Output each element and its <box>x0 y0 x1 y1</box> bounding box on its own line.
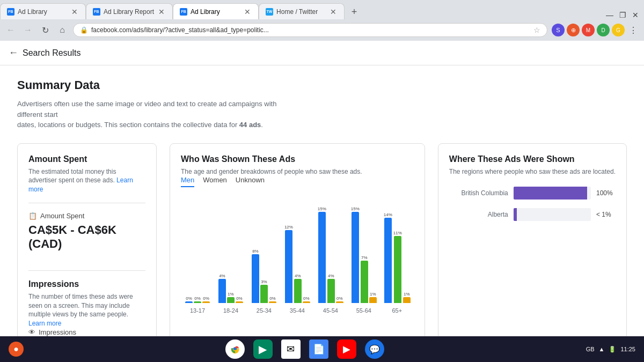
bar <box>252 254 259 303</box>
taskbar-play[interactable]: ▶ <box>253 339 273 359</box>
tab-bar: FBAd Library✕FBAd Library Report✕FBAd Li… <box>0 0 644 19</box>
page-content: ← Search Results Summary Data Advertiser… <box>0 41 644 336</box>
bar-value-label: 0% <box>194 296 201 301</box>
taskbar-youtube[interactable]: ▶ <box>337 339 356 359</box>
impressions-learn-more[interactable]: Learn more <box>28 320 61 327</box>
extension-icon-3[interactable]: M <box>582 24 595 36</box>
url-input[interactable]: 🔒 facebook.com/ads/library/?active_statu… <box>73 23 547 37</box>
region-name: Alberta <box>449 211 508 218</box>
bar <box>260 285 268 303</box>
forward-button[interactable]: → <box>21 24 34 36</box>
browser-tab-tab3[interactable]: FBAd Library✕ <box>173 3 259 19</box>
tab-close-button[interactable]: ✕ <box>329 8 338 16</box>
regions-list: British Columbia100%Alberta< 1% <box>449 187 616 221</box>
taskbar-right: GB ▲ 🔋 11:25 <box>586 346 635 353</box>
summary-title: Summary Data <box>17 78 627 92</box>
close-button[interactable]: ✕ <box>631 11 640 19</box>
bar-container: 3% <box>260 279 268 303</box>
refresh-button[interactable]: ↻ <box>39 24 52 36</box>
bar <box>403 297 411 303</box>
bar-container: 0% <box>303 296 310 303</box>
taskbar-messages[interactable]: 💬 <box>365 339 384 359</box>
taskbar-chrome[interactable] <box>225 339 245 359</box>
chart-tabs: MenWomenUnknown <box>181 176 414 187</box>
x-label-65plus: 65+ <box>380 305 414 314</box>
chart-tab-women[interactable]: Women <box>203 176 227 187</box>
bar-container: 1% <box>403 292 411 303</box>
ubuntu-icon[interactable]: ● <box>9 342 24 357</box>
chart-tab-unknown[interactable]: Unknown <box>236 176 265 187</box>
bar <box>361 261 368 303</box>
bookmark-icon[interactable]: ☆ <box>533 26 540 34</box>
region-row: British Columbia100% <box>449 187 616 200</box>
toolbar-extensions: S ⊕ M D G ⋮ <box>552 24 640 36</box>
extension-icon-5[interactable]: G <box>612 24 625 36</box>
bar <box>384 218 392 303</box>
home-button[interactable]: ⌂ <box>56 24 69 36</box>
tab-close-button[interactable]: ✕ <box>70 8 79 16</box>
bar <box>294 279 302 303</box>
region-bar-track <box>514 187 591 200</box>
wifi-icon: ▲ <box>599 346 605 352</box>
browser-chrome: FBAd Library✕FBAd Library Report✕FBAd Li… <box>0 0 644 41</box>
x-label-18-24: 18-24 <box>214 305 247 314</box>
bar-group-13-17: 0%0%0% <box>181 296 214 303</box>
tab-close-button[interactable]: ✕ <box>157 8 166 16</box>
bar-group-35-44: 12%4%0% <box>281 225 314 303</box>
taskbar-gmail[interactable]: ✉ <box>281 339 301 359</box>
extension-icon-2[interactable]: ⊕ <box>567 24 580 36</box>
bar-container: 0% <box>194 296 201 303</box>
bar-value-label: 7% <box>361 255 368 260</box>
chart-tab-men[interactable]: Men <box>181 176 194 187</box>
bar-container: 7% <box>361 255 368 303</box>
new-tab-button[interactable]: + <box>347 4 362 19</box>
bar <box>194 301 201 303</box>
bar-container: 4% <box>327 274 335 303</box>
bar <box>303 301 310 303</box>
bar <box>327 279 335 303</box>
breadcrumb: Search Results <box>23 48 81 58</box>
bar <box>394 236 401 303</box>
region-name: British Columbia <box>449 189 508 197</box>
bar-container: 15% <box>351 206 360 303</box>
tab-label: Ad Library <box>18 8 67 16</box>
minimize-button[interactable]: — <box>605 11 614 19</box>
bar <box>352 212 359 303</box>
bar <box>202 301 210 303</box>
bar-container: 4% <box>294 274 302 303</box>
bar-container: 0% <box>269 296 276 303</box>
maximize-button[interactable]: ❐ <box>618 11 627 19</box>
url-text: facebook.com/ads/library/?active_status=… <box>91 26 530 34</box>
bar-group-55-64: 15%7%1% <box>347 206 380 303</box>
region-bar-fill <box>514 208 517 221</box>
bar-value-label: 8% <box>252 249 259 254</box>
extension-icon-more[interactable]: ⋮ <box>627 24 640 36</box>
bar-container: 1% <box>227 292 235 303</box>
region-row: Alberta< 1% <box>449 208 616 221</box>
browser-tab-tab2[interactable]: FBAd Library Report✕ <box>86 3 173 19</box>
bar-container: 0% <box>185 296 193 303</box>
region-bar-fill <box>514 187 587 200</box>
tab-label: Ad Library Report <box>104 8 154 16</box>
browser-tab-tab1[interactable]: FBAd Library✕ <box>0 3 86 19</box>
impressions-label-row: 👁 Impressions <box>28 328 145 336</box>
back-button[interactable]: ← <box>4 24 17 36</box>
extension-icon-1[interactable]: S <box>552 24 565 36</box>
bar-value-label: 12% <box>284 225 293 230</box>
impressions-desc: The number of times these ads were seen … <box>28 292 145 328</box>
x-label-35-44: 35-44 <box>281 305 314 314</box>
bar-value-label: 1% <box>370 292 376 297</box>
taskbar-left: ● <box>9 342 24 357</box>
tab-close-button[interactable]: ✕ <box>243 8 252 16</box>
chart-card: Who Was Shown These Ads The age and gend… <box>170 143 425 337</box>
bar-value-label: 4% <box>328 274 334 278</box>
browser-tab-tab4[interactable]: TWHome / Twitter✕ <box>259 3 345 19</box>
taskbar-docs[interactable]: 📄 <box>309 339 328 359</box>
eye-icon: 👁 <box>28 328 35 336</box>
tab-favicon: FB <box>93 8 100 16</box>
bar-container: 0% <box>202 296 210 303</box>
back-arrow[interactable]: ← <box>9 47 18 58</box>
extension-icon-4[interactable]: D <box>597 24 610 36</box>
bar-group-45-54: 15%4%0% <box>314 206 347 303</box>
region-percentage: < 1% <box>596 211 616 218</box>
